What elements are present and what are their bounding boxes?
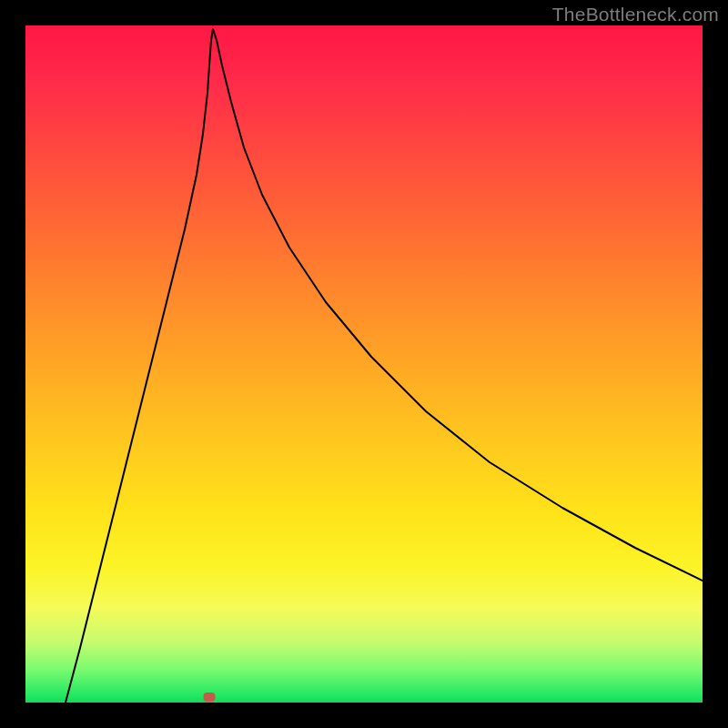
chart-frame: TheBottleneck.com: [0, 0, 728, 728]
minimum-marker: [204, 693, 216, 702]
curve-svg: [25, 25, 703, 703]
bottleneck-curve-path: [66, 29, 703, 703]
watermark-text: TheBottleneck.com: [552, 4, 719, 25]
plot-area: [25, 25, 703, 703]
